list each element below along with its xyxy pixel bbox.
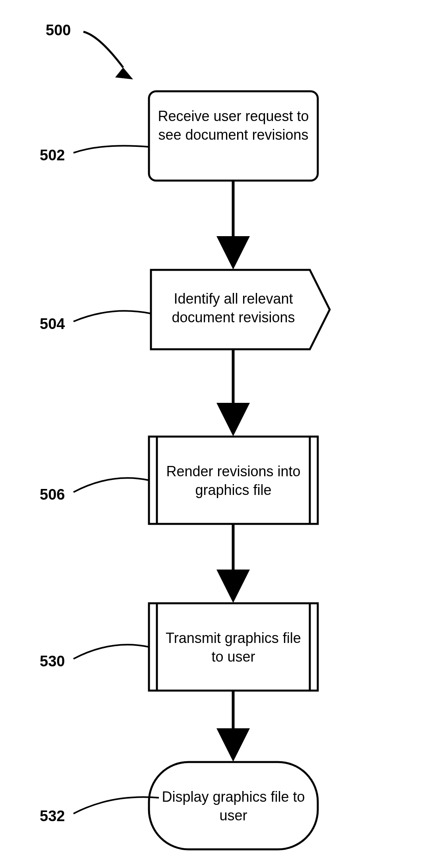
ref-label-506: 506 <box>40 486 65 503</box>
svg-marker-1 <box>115 67 133 79</box>
ref-label-504: 504 <box>40 316 65 333</box>
ref-label-530: 530 <box>40 653 65 670</box>
ref-label-502: 502 <box>40 147 65 164</box>
node-text-530: Transmit graphics file to user <box>161 629 306 666</box>
node-text-504: Identify all relevant document revisions <box>157 290 310 327</box>
ref-label-532: 532 <box>40 808 65 825</box>
node-text-506: Render revisions into graphics file <box>161 462 306 500</box>
node-text-502: Receive user request to see document rev… <box>157 107 310 144</box>
node-text-532: Display graphics file to user <box>157 788 310 825</box>
figure-label: 500 <box>46 22 71 39</box>
